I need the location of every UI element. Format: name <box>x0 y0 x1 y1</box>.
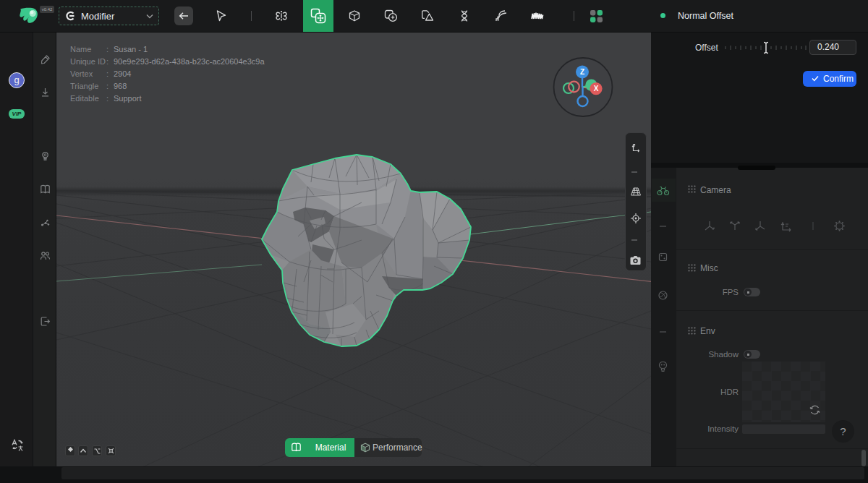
svg-text:Z: Z <box>580 68 584 76</box>
svg-text:X: X <box>594 85 599 93</box>
